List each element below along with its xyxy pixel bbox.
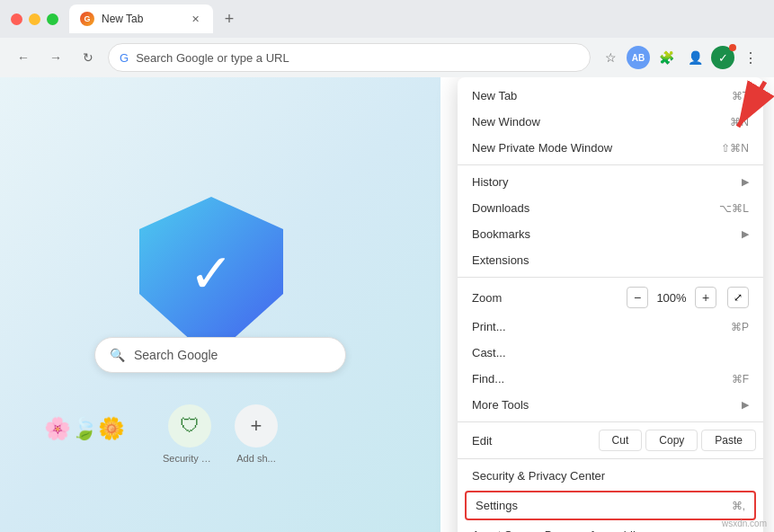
edit-row: Edit Cut Copy Paste <box>458 426 763 455</box>
divider-3 <box>458 421 763 422</box>
profile-button[interactable]: 👤 <box>682 45 707 70</box>
security-status-button[interactable]: ✓ <box>711 46 734 69</box>
menu-item-settings-label: Settings <box>476 499 725 512</box>
menu-item-find-label: Find... <box>472 372 725 386</box>
menu-item-downloads-label: Downloads <box>472 201 712 215</box>
menu-item-more-tools-label: More Tools <box>472 398 734 412</box>
divider-1 <box>458 164 763 165</box>
menu-item-avast-mobile-label: Avast Secure Browser for mobile <box>472 528 749 532</box>
menu-item-settings[interactable]: Settings ⌘, <box>465 491 756 520</box>
paste-button[interactable]: Paste <box>701 430 756 451</box>
bookmark-button[interactable]: ☆ <box>598 45 623 70</box>
avast-illustration: ✓ 🌸🍃🌼 🔍 Search Google 🛡 Security & Priv.… <box>0 77 440 532</box>
dropdown-menu: New Tab ⌘T New Window ⌘N New Private Mod… <box>458 77 763 532</box>
zoom-out-button[interactable]: − <box>627 287 648 308</box>
google-icon: G <box>120 51 129 65</box>
add-shortcut-icon[interactable]: + Add sh... <box>235 404 278 464</box>
menu-item-new-private-label: New Private Mode Window <box>472 141 714 155</box>
active-tab[interactable]: G New Tab ✕ <box>69 4 213 33</box>
fullscreen-icon: ⤢ <box>734 291 743 304</box>
divider-4 <box>458 458 763 459</box>
menu-item-cast[interactable]: Cast... <box>458 340 763 366</box>
toolbar-actions: ☆ AB 🧩 👤 ✓ ⋮ <box>598 45 763 70</box>
tab-close-button[interactable]: ✕ <box>188 12 202 26</box>
edit-label: Edit <box>465 434 599 448</box>
quick-access-row: 🛡 Security & Priv... + Add sh... <box>163 404 278 464</box>
main-menu-button[interactable]: ⋮ <box>738 45 763 70</box>
menu-item-new-tab[interactable]: New Tab ⌘T <box>458 83 763 109</box>
menu-item-bookmarks[interactable]: Bookmarks ▶ <box>458 221 763 247</box>
page-search-bar[interactable]: 🔍 Search Google <box>94 337 346 373</box>
security-icon-label: Security & Priv... <box>163 453 217 464</box>
menu-item-more-tools[interactable]: More Tools ▶ <box>458 392 763 418</box>
menu-item-new-window-label: New Window <box>472 115 723 129</box>
cut-button[interactable]: Cut <box>599 430 643 451</box>
menu-item-new-private-shortcut: ⇧⌘N <box>721 142 749 155</box>
shield-icon: 🛡 <box>180 414 200 438</box>
menu-item-extensions-label: Extensions <box>472 253 749 267</box>
tab-title: New Tab <box>102 13 181 25</box>
security-quick-icon[interactable]: 🛡 Security & Priv... <box>163 404 217 464</box>
menu-item-history-label: History <box>472 175 734 189</box>
copy-button[interactable]: Copy <box>645 430 698 451</box>
tab-favicon: G <box>80 12 94 26</box>
shield-shape: ✓ <box>139 197 283 359</box>
add-icon-label: Add sh... <box>236 453 275 464</box>
plus-icon: + <box>251 414 262 438</box>
history-arrow-icon: ▶ <box>742 176 749 188</box>
menu-item-print[interactable]: Print... ⌘P <box>458 314 763 340</box>
menu-item-security[interactable]: Security & Privacy Center <box>458 463 763 489</box>
menu-item-find-shortcut: ⌘F <box>732 373 749 386</box>
new-tab-button[interactable]: + <box>217 6 242 31</box>
avatar-button[interactable]: AB <box>627 46 650 69</box>
toolbar: ← → ↻ G Search Google or type a URL ☆ AB… <box>0 38 774 77</box>
zoom-row: Zoom − 100% + ⤢ <box>458 281 763 314</box>
forward-button[interactable]: → <box>43 45 68 70</box>
menu-item-new-private[interactable]: New Private Mode Window ⇧⌘N <box>458 135 763 161</box>
close-button[interactable] <box>11 13 22 25</box>
more-tools-arrow-icon: ▶ <box>742 399 749 411</box>
menu-item-history[interactable]: History ▶ <box>458 169 763 195</box>
menu-item-bookmarks-label: Bookmarks <box>472 227 734 241</box>
minimize-button[interactable] <box>29 13 40 25</box>
flowers-decoration: 🌸🍃🌼 <box>44 416 125 441</box>
tab-bar: G New Tab ✕ + <box>69 4 242 33</box>
menu-item-new-tab-label: New Tab <box>472 89 725 102</box>
zoom-controls: − 100% + ⤢ <box>627 287 749 308</box>
divider-2 <box>458 277 763 278</box>
menu-item-cast-label: Cast... <box>472 346 749 359</box>
zoom-in-button[interactable]: + <box>695 287 716 308</box>
menu-item-avast-mobile[interactable]: Avast Secure Browser for mobile <box>458 522 763 532</box>
zoom-fullscreen-button[interactable]: ⤢ <box>727 287 749 308</box>
menu-item-find[interactable]: Find... ⌘F <box>458 366 763 392</box>
search-icon: 🔍 <box>110 348 125 362</box>
zoom-value: 100% <box>655 291 688 305</box>
menu-item-new-window[interactable]: New Window ⌘N <box>458 109 763 135</box>
menu-item-downloads[interactable]: Downloads ⌥⌘L <box>458 195 763 221</box>
watermark: wsxdn.com <box>722 519 767 528</box>
add-icon-circle: + <box>235 404 278 448</box>
address-bar[interactable]: G Search Google or type a URL <box>108 43 591 72</box>
menu-item-settings-shortcut: ⌘, <box>732 500 745 512</box>
menu-item-security-label: Security & Privacy Center <box>472 469 749 483</box>
shield-check-icon: ✓ <box>189 242 234 305</box>
address-text: Search Google or type a URL <box>136 51 289 65</box>
security-icon-circle: 🛡 <box>168 404 211 448</box>
search-placeholder: Search Google <box>134 348 218 362</box>
menu-item-new-window-shortcut: ⌘N <box>730 116 749 129</box>
traffic-lights <box>11 13 58 25</box>
menu-item-new-tab-shortcut: ⌘T <box>732 90 749 102</box>
page-content: ✓ 🌸🍃🌼 🔍 Search Google 🛡 Security & Priv.… <box>0 77 774 532</box>
zoom-label: Zoom <box>472 291 627 305</box>
browser-chrome: G New Tab ✕ + ← → ↻ G Search Google or t… <box>0 0 774 77</box>
edit-actions: Cut Copy Paste <box>599 430 756 451</box>
maximize-button[interactable] <box>47 13 58 25</box>
menu-item-print-shortcut: ⌘P <box>731 321 749 333</box>
menu-item-extensions[interactable]: Extensions <box>458 247 763 273</box>
extensions-button[interactable]: 🧩 <box>654 45 679 70</box>
reload-button[interactable]: ↻ <box>76 45 101 70</box>
menu-item-downloads-shortcut: ⌥⌘L <box>719 202 749 215</box>
bookmarks-arrow-icon: ▶ <box>742 228 749 240</box>
back-button[interactable]: ← <box>11 45 36 70</box>
menu-item-print-label: Print... <box>472 320 724 333</box>
